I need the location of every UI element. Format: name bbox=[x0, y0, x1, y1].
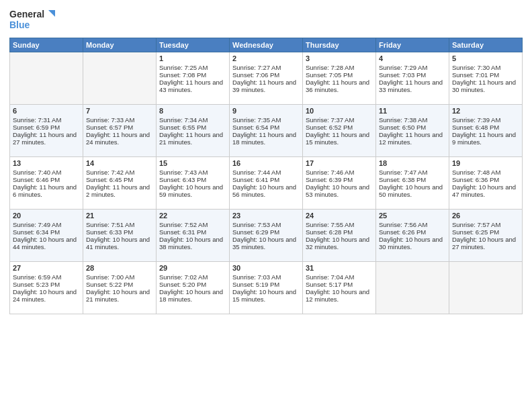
daylight-text: Daylight: 11 hours and 27 minutes. bbox=[13, 131, 77, 146]
daylight-text: Daylight: 11 hours and 2 minutes. bbox=[86, 183, 150, 198]
sunrise-text: Sunrise: 7:40 AM bbox=[13, 169, 61, 176]
daylight-text: Daylight: 10 hours and 24 minutes. bbox=[13, 288, 77, 303]
daylight-text: Daylight: 10 hours and 12 minutes. bbox=[306, 288, 369, 303]
daylight-text: Daylight: 10 hours and 50 minutes. bbox=[379, 183, 443, 198]
day-number: 28 bbox=[86, 264, 153, 272]
sunset-text: Sunset: 6:25 PM bbox=[452, 228, 499, 236]
daylight-text: Daylight: 11 hours and 43 minutes. bbox=[159, 79, 223, 93]
day-cell bbox=[10, 52, 83, 105]
daylight-text: Daylight: 11 hours and 9 minutes. bbox=[452, 131, 516, 146]
sunrise-text: Sunrise: 7:56 AM bbox=[379, 221, 427, 228]
daylight-text: Daylight: 10 hours and 18 minutes. bbox=[159, 288, 223, 303]
sunrise-text: Sunrise: 7:25 AM bbox=[159, 64, 208, 71]
sunrise-text: Sunrise: 7:02 AM bbox=[159, 273, 208, 281]
day-cell: 4Sunrise: 7:29 AMSunset: 7:03 PMDaylight… bbox=[376, 52, 449, 105]
sunset-text: Sunset: 6:45 PM bbox=[86, 176, 133, 183]
day-number: 7 bbox=[86, 107, 153, 115]
daylight-text: Daylight: 10 hours and 27 minutes. bbox=[452, 236, 516, 250]
sunrise-text: Sunrise: 7:35 AM bbox=[232, 116, 281, 124]
daylight-text: Daylight: 10 hours and 30 minutes. bbox=[379, 236, 443, 250]
header-thursday: Thursday bbox=[303, 38, 376, 52]
sunset-text: Sunset: 6:36 PM bbox=[452, 176, 499, 183]
day-cell: 14Sunrise: 7:42 AMSunset: 6:45 PMDayligh… bbox=[83, 157, 157, 210]
day-cell: 11Sunrise: 7:38 AMSunset: 6:50 PMDayligh… bbox=[376, 105, 449, 157]
sunrise-text: Sunrise: 7:34 AM bbox=[159, 116, 208, 124]
day-number: 23 bbox=[232, 212, 300, 220]
daylight-text: Daylight: 10 hours and 56 minutes. bbox=[232, 183, 296, 198]
sunrise-text: Sunrise: 7:37 AM bbox=[306, 116, 354, 124]
daylight-text: Daylight: 10 hours and 59 minutes. bbox=[159, 183, 223, 198]
sunrise-text: Sunrise: 7:52 AM bbox=[159, 221, 208, 228]
daylight-text: Daylight: 11 hours and 39 minutes. bbox=[232, 79, 296, 93]
sunset-text: Sunset: 6:48 PM bbox=[452, 124, 499, 131]
sunrise-text: Sunrise: 7:49 AM bbox=[13, 221, 61, 228]
sunrise-text: Sunrise: 7:33 AM bbox=[86, 116, 134, 124]
sunset-text: Sunset: 6:55 PM bbox=[159, 124, 206, 131]
day-number: 21 bbox=[86, 212, 153, 220]
sunset-text: Sunset: 6:59 PM bbox=[13, 124, 60, 131]
sunrise-text: Sunrise: 7:57 AM bbox=[452, 221, 500, 228]
sunset-text: Sunset: 6:33 PM bbox=[86, 228, 133, 236]
sunset-text: Sunset: 6:54 PM bbox=[232, 124, 279, 131]
day-number: 25 bbox=[379, 212, 446, 220]
sunset-text: Sunset: 6:57 PM bbox=[86, 124, 133, 131]
daylight-text: Daylight: 11 hours and 30 minutes. bbox=[452, 79, 516, 93]
header-row: SundayMondayTuesdayWednesdayThursdayFrid… bbox=[10, 38, 523, 52]
header: General Blue bbox=[9, 7, 523, 34]
day-cell: 29Sunrise: 7:02 AMSunset: 5:20 PMDayligh… bbox=[157, 262, 230, 314]
day-number: 22 bbox=[159, 212, 226, 220]
day-number: 17 bbox=[306, 159, 373, 167]
day-cell: 13Sunrise: 7:40 AMSunset: 6:46 PMDayligh… bbox=[10, 157, 83, 210]
day-cell: 17Sunrise: 7:46 AMSunset: 6:39 PMDayligh… bbox=[303, 157, 376, 210]
day-number: 1 bbox=[159, 54, 226, 62]
day-cell: 18Sunrise: 7:47 AMSunset: 6:38 PMDayligh… bbox=[376, 157, 449, 210]
week-row-2: 6Sunrise: 7:31 AMSunset: 6:59 PMDaylight… bbox=[10, 105, 523, 157]
day-cell: 25Sunrise: 7:56 AMSunset: 6:26 PMDayligh… bbox=[376, 210, 449, 262]
sunset-text: Sunset: 5:23 PM bbox=[13, 281, 60, 288]
sunrise-text: Sunrise: 7:03 AM bbox=[232, 273, 281, 281]
day-cell bbox=[83, 52, 157, 105]
logo-svg: General Blue bbox=[9, 7, 56, 34]
day-number: 18 bbox=[379, 159, 446, 167]
day-cell: 3Sunrise: 7:28 AMSunset: 7:05 PMDaylight… bbox=[303, 52, 376, 105]
week-row-1: 1Sunrise: 7:25 AMSunset: 7:08 PMDaylight… bbox=[10, 52, 523, 105]
day-number: 5 bbox=[452, 54, 519, 62]
sunset-text: Sunset: 6:43 PM bbox=[159, 176, 206, 183]
sunset-text: Sunset: 5:20 PM bbox=[159, 281, 206, 288]
header-saturday: Saturday bbox=[449, 38, 523, 52]
day-number: 16 bbox=[232, 159, 300, 167]
day-cell bbox=[449, 262, 523, 314]
sunrise-text: Sunrise: 7:53 AM bbox=[232, 221, 281, 228]
daylight-text: Daylight: 10 hours and 21 minutes. bbox=[86, 288, 150, 303]
day-number: 11 bbox=[379, 107, 446, 115]
daylight-text: Daylight: 10 hours and 53 minutes. bbox=[306, 183, 369, 198]
day-cell: 6Sunrise: 7:31 AMSunset: 6:59 PMDaylight… bbox=[10, 105, 83, 157]
logo: General Blue bbox=[9, 7, 56, 34]
sunset-text: Sunset: 6:31 PM bbox=[159, 228, 206, 236]
day-cell: 15Sunrise: 7:43 AMSunset: 6:43 PMDayligh… bbox=[157, 157, 230, 210]
day-cell: 7Sunrise: 7:33 AMSunset: 6:57 PMDaylight… bbox=[83, 105, 157, 157]
sunrise-text: Sunrise: 7:48 AM bbox=[452, 169, 500, 176]
daylight-text: Daylight: 11 hours and 6 minutes. bbox=[13, 183, 77, 198]
day-number: 2 bbox=[232, 54, 300, 62]
day-cell: 10Sunrise: 7:37 AMSunset: 6:52 PMDayligh… bbox=[303, 105, 376, 157]
sunrise-text: Sunrise: 7:30 AM bbox=[452, 64, 500, 71]
sunset-text: Sunset: 5:17 PM bbox=[306, 281, 353, 288]
day-number: 19 bbox=[452, 159, 519, 167]
day-cell: 27Sunrise: 6:59 AMSunset: 5:23 PMDayligh… bbox=[10, 262, 83, 314]
day-cell: 1Sunrise: 7:25 AMSunset: 7:08 PMDaylight… bbox=[157, 52, 230, 105]
sunset-text: Sunset: 6:28 PM bbox=[306, 228, 353, 236]
sunset-text: Sunset: 6:34 PM bbox=[13, 228, 60, 236]
day-cell: 28Sunrise: 7:00 AMSunset: 5:22 PMDayligh… bbox=[83, 262, 157, 314]
sunset-text: Sunset: 5:19 PM bbox=[232, 281, 279, 288]
daylight-text: Daylight: 10 hours and 38 minutes. bbox=[159, 236, 223, 250]
sunset-text: Sunset: 6:26 PM bbox=[379, 228, 426, 236]
calendar-table: SundayMondayTuesdayWednesdayThursdayFrid… bbox=[9, 38, 523, 314]
daylight-text: Daylight: 10 hours and 15 minutes. bbox=[232, 288, 296, 303]
day-number: 29 bbox=[159, 264, 226, 272]
day-cell: 26Sunrise: 7:57 AMSunset: 6:25 PMDayligh… bbox=[449, 210, 523, 262]
day-number: 31 bbox=[306, 264, 373, 272]
daylight-text: Daylight: 11 hours and 24 minutes. bbox=[86, 131, 150, 146]
day-cell bbox=[376, 262, 449, 314]
svg-marker-2 bbox=[48, 10, 55, 17]
